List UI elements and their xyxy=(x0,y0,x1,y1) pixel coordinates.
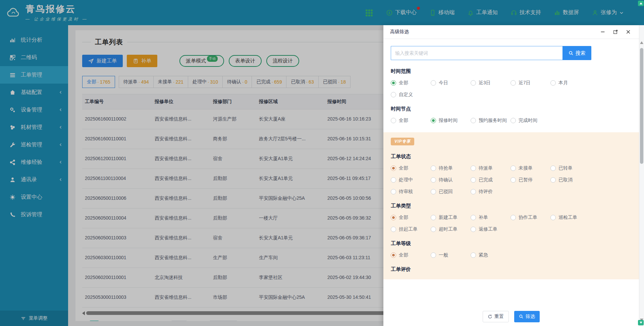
radio-icon xyxy=(471,189,476,194)
panel-footer: 重置 筛选 xyxy=(383,307,639,326)
radio-icon xyxy=(511,118,516,123)
radio-option[interactable]: 挂起工单 xyxy=(391,226,431,232)
radio-option[interactable]: 待确认 xyxy=(431,177,471,183)
radio-icon xyxy=(471,252,476,258)
radio-icon xyxy=(511,80,516,86)
vertical-scroll-thumb[interactable] xyxy=(640,48,643,164)
section-title: 工单类型 xyxy=(391,203,639,209)
radio-icon xyxy=(391,80,396,86)
radio-option[interactable]: 协作工单 xyxy=(511,215,550,221)
minimize-icon[interactable] xyxy=(600,29,605,35)
radio-icon xyxy=(431,80,436,86)
radio-option[interactable]: 本月 xyxy=(550,80,590,86)
panel-title: 高级筛选 xyxy=(390,29,409,35)
down-arrow-icon xyxy=(640,322,642,324)
radio-option[interactable]: 全部 xyxy=(391,252,431,258)
radio-option[interactable]: 已完成 xyxy=(471,177,511,183)
radio-icon xyxy=(431,189,436,194)
section-title: 工单状态 xyxy=(391,153,639,160)
radio-icon xyxy=(391,118,396,123)
apply-filter-button[interactable]: 筛选 xyxy=(514,311,540,322)
radio-option[interactable]: 自定义 xyxy=(391,92,431,98)
radio-option[interactable]: 已驳回 xyxy=(431,189,471,195)
radio-option[interactable]: 一般 xyxy=(431,252,471,258)
radio-option[interactable]: 超时工单 xyxy=(431,226,471,232)
radio-icon xyxy=(550,177,556,183)
radio-option[interactable]: 近7日 xyxy=(511,80,550,86)
radio-icon xyxy=(511,215,516,220)
expand-icon[interactable] xyxy=(613,29,618,35)
radio-option[interactable]: 已暂停 xyxy=(511,177,550,183)
radio-icon xyxy=(431,215,436,220)
vertical-scrollbar[interactable] xyxy=(639,25,644,326)
radio-option[interactable]: 预约服务时间 xyxy=(471,118,511,124)
radio-option[interactable]: 全部 xyxy=(391,80,431,86)
radio-option[interactable]: 巡检工单 xyxy=(550,215,590,221)
reset-button[interactable]: 重置 xyxy=(483,311,509,322)
radio-icon xyxy=(471,215,476,220)
search-button[interactable]: 搜索 xyxy=(562,46,591,60)
magnifier-icon xyxy=(569,51,574,56)
close-icon[interactable] xyxy=(626,29,631,35)
app-root: 青鸟报修云 — 让企业维保更及时 — 下载中心 移动端 工单通知 技术支持 xyxy=(0,0,644,326)
radio-icon xyxy=(511,177,516,183)
radio-option[interactable]: 全部 xyxy=(391,118,431,124)
radio-option[interactable]: 待评价 xyxy=(471,189,511,195)
radio-option[interactable]: 待审核 xyxy=(391,189,431,195)
section-time-node: 时间节点 全部报修时间预约服务时间完成时间 xyxy=(391,106,639,124)
section-title: 工单评价 xyxy=(391,266,639,273)
radio-option[interactable]: 处理中 xyxy=(391,177,431,183)
modal-dim-overlay xyxy=(0,0,383,326)
radio-icon xyxy=(391,252,396,258)
radio-option[interactable]: 补单 xyxy=(471,215,511,221)
radio-icon xyxy=(471,166,476,171)
radio-icon xyxy=(431,252,436,258)
radio-option[interactable]: 已取消 xyxy=(550,177,590,183)
radio-icon xyxy=(431,227,436,232)
radio-option[interactable]: 全部 xyxy=(391,165,431,171)
radio-icon xyxy=(550,166,556,171)
radio-option[interactable]: 已转单 xyxy=(550,165,590,171)
scroll-top-corner-button[interactable] xyxy=(638,1,644,6)
radio-option[interactable]: 新建工单 xyxy=(431,215,471,221)
radio-icon xyxy=(471,177,476,183)
section-order-type: 工单类型 全部新建工单补单协作工单巡检工单挂起工单超时工单返修工单 xyxy=(391,203,639,232)
radio-option[interactable]: 返修工单 xyxy=(471,226,511,232)
radio-option[interactable]: 紧急 xyxy=(471,252,511,258)
radio-icon xyxy=(391,189,396,194)
section-order-level: 工单等级 全部一般紧急 xyxy=(391,240,639,258)
radio-icon xyxy=(431,118,436,123)
radio-option[interactable]: 近3日 xyxy=(471,80,511,86)
section-order-rating: 工单评价 xyxy=(391,266,639,273)
radio-icon xyxy=(391,215,396,220)
radio-icon xyxy=(550,215,556,220)
vip-filter-zone: VIP专享 工单状态 全部待抢单待派单未接单已转单处理中待确认已完成已暂停已取消… xyxy=(383,132,639,279)
radio-icon xyxy=(550,80,556,86)
section-title: 工单等级 xyxy=(391,240,639,247)
scroll-up-arrow-icon[interactable] xyxy=(640,41,643,44)
radio-option[interactable]: 待抢单 xyxy=(431,165,471,171)
scroll-bottom-corner-button[interactable] xyxy=(638,320,644,325)
radio-option[interactable]: 未接单 xyxy=(511,165,550,171)
radio-icon xyxy=(391,227,396,232)
radio-option[interactable]: 全部 xyxy=(391,215,431,221)
radio-icon xyxy=(391,166,396,171)
section-time-range: 时间范围 全部今日近3日近7日本月自定义 xyxy=(391,68,639,98)
modal-dim-overlay xyxy=(383,0,644,25)
section-title: 时间范围 xyxy=(391,68,639,75)
radio-option[interactable]: 待派单 xyxy=(471,165,511,171)
magnifier-icon xyxy=(519,314,524,319)
section-order-status: 工单状态 全部待抢单待派单未接单已转单处理中待确认已完成已暂停已取消待审核已驳回… xyxy=(391,153,639,195)
radio-option[interactable]: 报修时间 xyxy=(431,118,471,124)
radio-option[interactable]: 今日 xyxy=(431,80,471,86)
radio-icon xyxy=(511,166,516,171)
radio-icon xyxy=(471,118,476,123)
up-arrow-icon xyxy=(640,2,642,4)
radio-icon xyxy=(471,80,476,86)
advanced-filter-panel: 高级筛选 搜索 时间范围 全部今日近3日近7日本月自定义 时间节点 xyxy=(383,25,639,326)
radio-icon xyxy=(431,166,436,171)
radio-option[interactable]: 完成时间 xyxy=(511,118,550,124)
keyword-search-input[interactable] xyxy=(391,46,562,60)
section-title: 时间节点 xyxy=(391,106,639,112)
radio-icon xyxy=(471,227,476,232)
